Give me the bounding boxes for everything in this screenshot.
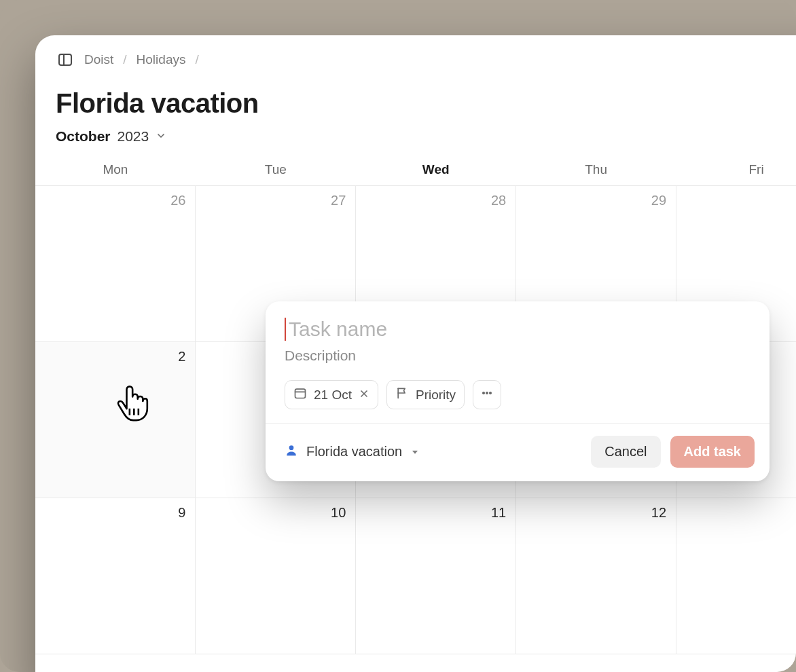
calendar-cell[interactable]: 9 xyxy=(35,498,196,654)
svg-rect-0 xyxy=(59,54,71,65)
month-label: October xyxy=(56,128,111,145)
date-chip-label: 21 Oct xyxy=(314,388,352,403)
day-number: 2 xyxy=(178,349,185,365)
app-window: Doist / Holidays / Florida vacation Octo… xyxy=(35,35,796,672)
project-selector[interactable]: Florida vacation xyxy=(285,443,420,460)
breadcrumb-item-doist[interactable]: Doist xyxy=(84,52,113,67)
year-label: 2023 xyxy=(117,128,149,145)
svg-point-9 xyxy=(289,445,294,450)
chevron-down-icon xyxy=(156,128,166,145)
svg-point-6 xyxy=(482,392,484,394)
breadcrumb-separator: / xyxy=(195,52,198,67)
calendar-cell[interactable]: 2 xyxy=(35,342,196,498)
task-name-input[interactable]: Task name xyxy=(285,318,750,341)
priority-chip-label: Priority xyxy=(416,388,456,403)
day-number: 9 xyxy=(178,505,185,521)
weekday-header: Fri xyxy=(676,155,796,186)
calendar-cell[interactable]: 12 xyxy=(516,498,676,654)
calendar-cell[interactable]: 26 xyxy=(35,186,196,342)
day-number: 26 xyxy=(170,193,185,208)
calendar-icon xyxy=(293,386,307,403)
add-task-button[interactable]: Add task xyxy=(670,436,755,468)
task-name-placeholder: Task name xyxy=(289,318,387,341)
svg-rect-2 xyxy=(295,389,306,398)
project-label: Florida vacation xyxy=(306,444,402,460)
priority-chip[interactable]: Priority xyxy=(386,380,465,409)
day-number: 28 xyxy=(491,193,506,208)
flag-icon xyxy=(395,386,409,403)
calendar-cell[interactable]: 10 xyxy=(196,498,356,654)
day-number: 29 xyxy=(651,193,666,208)
page-title: Florida vacation xyxy=(35,73,796,126)
date-chip[interactable]: 21 Oct xyxy=(285,380,378,409)
weekday-header: Thu xyxy=(516,155,676,186)
caret-down-icon xyxy=(410,447,420,457)
breadcrumb-item-holidays[interactable]: Holidays xyxy=(137,52,186,67)
month-selector[interactable]: October 2023 xyxy=(35,126,796,155)
description-input[interactable]: Description xyxy=(285,348,750,364)
weekday-header-today: Wed xyxy=(356,155,516,186)
day-number: 10 xyxy=(331,505,346,521)
svg-marker-10 xyxy=(413,451,418,453)
more-horizontal-icon xyxy=(480,386,494,403)
sidebar-toggle[interactable] xyxy=(56,50,75,69)
day-number: 12 xyxy=(651,505,666,521)
svg-point-7 xyxy=(486,392,488,394)
text-cursor xyxy=(285,318,286,341)
quick-add-modal: Task name Description 21 Oct xyxy=(266,301,770,481)
breadcrumb-separator: / xyxy=(123,52,126,67)
weekday-header: Mon xyxy=(35,155,196,186)
person-icon xyxy=(285,443,298,460)
calendar-cell[interactable] xyxy=(676,498,796,654)
day-number: 11 xyxy=(491,505,506,521)
more-options-chip[interactable] xyxy=(473,380,501,409)
topbar: Doist / Holidays / xyxy=(35,35,796,73)
day-number: 27 xyxy=(331,193,346,208)
weekday-header: Tue xyxy=(196,155,356,186)
cancel-button[interactable]: Cancel xyxy=(591,436,660,468)
clear-date-icon[interactable] xyxy=(359,388,369,403)
calendar-cell[interactable]: 11 xyxy=(356,498,516,654)
svg-point-8 xyxy=(489,392,491,394)
